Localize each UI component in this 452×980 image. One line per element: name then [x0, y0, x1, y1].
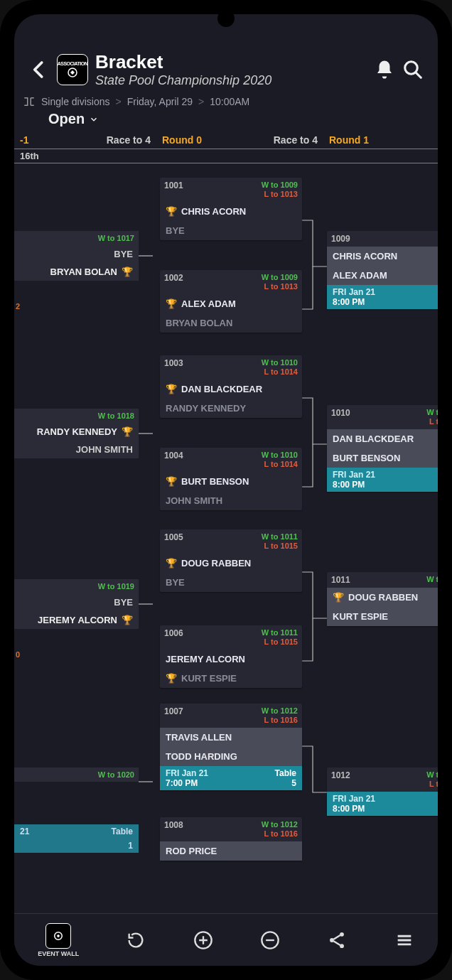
- bracket-canvas[interactable]: 2 0 W to 1017 BYE BRYAN BOLAN🏆 W to 1018…: [14, 163, 438, 910]
- top-bar: ASSOCIATION Bracket State Pool Champions…: [14, 14, 438, 92]
- match-wto: W to 1010: [262, 451, 298, 459]
- round1-label: Round 1: [329, 134, 369, 146]
- match-card[interactable]: 1009CHRIS ACORNALEX ADAMFRI Jan 218:00 P…: [327, 231, 438, 309]
- match-card[interactable]: 1011W to🏆DOUG RABBENKURT ESPIE: [327, 572, 438, 626]
- match-wto: W to 1012: [262, 820, 298, 829]
- match-wto: W to: [426, 408, 438, 416]
- match-lto: L to: [429, 780, 438, 788]
- breadcrumb-a[interactable]: Single divisions: [41, 96, 110, 107]
- match-card[interactable]: 1005W to 1011L to 1015🏆DOUG RABBENBYE: [160, 529, 302, 592]
- match-player-slot: ALEX ADAM: [327, 266, 438, 285]
- prev-player-bottom: JEREMY ALCORN🏆: [14, 611, 139, 629]
- page-subtitle: State Pool Championship 2020: [95, 73, 367, 88]
- breadcrumb-sep: >: [116, 96, 122, 107]
- match-lto: L to 1015: [264, 542, 298, 550]
- trophy-icon: 🏆: [333, 592, 344, 603]
- round0-race: Race to 4: [274, 134, 318, 146]
- match-card[interactable]: 1004W to 1010L to 1014🏆BURT BENSONJOHN S…: [160, 448, 302, 510]
- plus-circle-icon: [193, 930, 213, 950]
- side-marker-0: 0: [16, 650, 20, 659]
- prev-wto: W to 1019: [98, 582, 134, 591]
- zoom-in-button[interactable]: [193, 930, 213, 950]
- bell-icon[interactable]: [374, 59, 395, 80]
- match-player-1: 🏆BURT BENSON: [160, 472, 302, 491]
- match-lto: L to 1016: [264, 829, 298, 838]
- match-wto: W to 1010: [262, 358, 298, 367]
- bottom-tabbar: EVENT WALL: [14, 913, 438, 966]
- match-card[interactable]: 1012W toL toFRI Jan 218:00 PM: [327, 768, 438, 816]
- breadcrumb-c[interactable]: 10:00AM: [210, 96, 249, 107]
- prev-wto: W to 1017: [98, 234, 134, 242]
- match-player-1: 🏆ALEX ADAM: [160, 294, 302, 313]
- back-icon[interactable]: [28, 59, 50, 80]
- match-player-1: 🏆DAN BLACKDEAR: [160, 379, 302, 399]
- match-number: 1011: [331, 575, 350, 585]
- match-wto: W to: [426, 770, 438, 779]
- app-logo-label: ASSOCIATION: [58, 61, 88, 66]
- match-lto: L to 1013: [264, 190, 298, 198]
- match-player-2: BYE: [160, 573, 302, 592]
- match-wto: W to 1011: [262, 532, 298, 541]
- prev-sched-table-label: Table: [112, 826, 133, 836]
- match-player-slot: ROD PRICE: [160, 841, 302, 861]
- search-icon[interactable]: [402, 59, 424, 80]
- match-wto: W to: [426, 575, 438, 583]
- match-lto: L to 1014: [264, 460, 298, 468]
- prev-wto: W to 1020: [98, 770, 134, 779]
- match-card[interactable]: 1007W to 1012L to 1016TRAVIS ALLENTODD H…: [160, 704, 302, 790]
- prev-match-card[interactable]: W to 1020: [14, 768, 139, 782]
- match-player-2: JOHN SMITH: [160, 491, 302, 510]
- prev-player-top: BYE: [14, 593, 139, 611]
- app-screen: ASSOCIATION Bracket State Pool Champions…: [14, 14, 438, 966]
- rounds-header: -1 Race to 4 Round 0 Race to 4 Round 1 R…: [14, 131, 438, 149]
- match-card[interactable]: 1008W to 1012L to 1016ROD PRICE: [160, 817, 302, 861]
- match-player-2: 🏆KURT ESPIE: [160, 669, 302, 688]
- prev-sched-card[interactable]: 21 Table 1: [14, 824, 139, 853]
- match-card[interactable]: 1003W to 1010L to 1014🏆DAN BLACKDEARRAND…: [160, 355, 302, 418]
- prev-match-card[interactable]: W to 1017 BYE BRYAN BOLAN🏆: [14, 231, 139, 281]
- undo-icon: [126, 930, 146, 950]
- event-wall-label: EVENT WALL: [38, 950, 79, 957]
- match-lto: L to 1015: [264, 637, 298, 646]
- prev-match-card[interactable]: W to 1018 RANDY KENNEDY🏆 JOHN SMITH: [14, 409, 139, 458]
- match-number: 1008: [164, 820, 183, 830]
- side-marker-2: 2: [16, 302, 20, 311]
- division-dropdown[interactable]: Open: [14, 111, 438, 131]
- trophy-icon: 🏆: [166, 384, 177, 394]
- zoom-out-button[interactable]: [260, 930, 280, 950]
- match-player-2: BRYAN BOLAN: [160, 313, 302, 333]
- reset-button[interactable]: [126, 930, 146, 950]
- match-wto: W to 1009: [262, 273, 298, 281]
- trophy-icon: 🏆: [166, 298, 177, 309]
- prev-player-top: BYE: [14, 245, 139, 263]
- match-card[interactable]: 1006W to 1011L to 1015JEREMY ALCORN🏆KURT…: [160, 625, 302, 688]
- match-card[interactable]: 1001W to 1009L to 1013🏆CHRIS ACORNBYE: [160, 178, 302, 240]
- menu-button[interactable]: [394, 930, 414, 950]
- match-lto: L to: [429, 417, 438, 426]
- match-player-slot: 🏆DOUG RABBEN: [327, 588, 438, 607]
- division-label: Open: [48, 111, 85, 127]
- match-player-slot: CHRIS ACORN: [327, 247, 438, 266]
- match-lto: L to 1013: [264, 282, 298, 291]
- match-number: 1009: [331, 234, 350, 244]
- page-title: Bracket: [95, 51, 367, 73]
- share-button[interactable]: [327, 930, 347, 950]
- round-prev-race: Race to 4: [107, 134, 151, 146]
- match-player-2: RANDY KENNEDY: [160, 399, 302, 418]
- match-player-slot: DAN BLACKDEAR: [327, 429, 438, 448]
- round-prev-label: -1: [20, 134, 28, 146]
- match-number: 1004: [164, 451, 183, 461]
- match-wto: W to 1012: [262, 706, 298, 715]
- breadcrumb-b[interactable]: Friday, April 29: [127, 96, 193, 107]
- round-subheader: 16th: [14, 149, 438, 163]
- app-logo-icon[interactable]: ASSOCIATION: [57, 54, 88, 85]
- trophy-icon: 🏆: [122, 266, 133, 277]
- prev-sched-table: 1: [128, 841, 133, 851]
- prev-match-card[interactable]: W to 1019 BYE JEREMY ALCORN🏆: [14, 579, 139, 629]
- event-wall-button[interactable]: EVENT WALL: [38, 923, 79, 957]
- trophy-icon: 🏆: [122, 615, 133, 625]
- match-card[interactable]: 1002W to 1009L to 1013🏆ALEX ADAMBRYAN BO…: [160, 270, 302, 333]
- match-card[interactable]: 1010W toL toDAN BLACKDEARBURT BENSONFRI …: [327, 405, 438, 492]
- camera-notch: [220, 13, 232, 24]
- match-number: 1006: [164, 628, 183, 638]
